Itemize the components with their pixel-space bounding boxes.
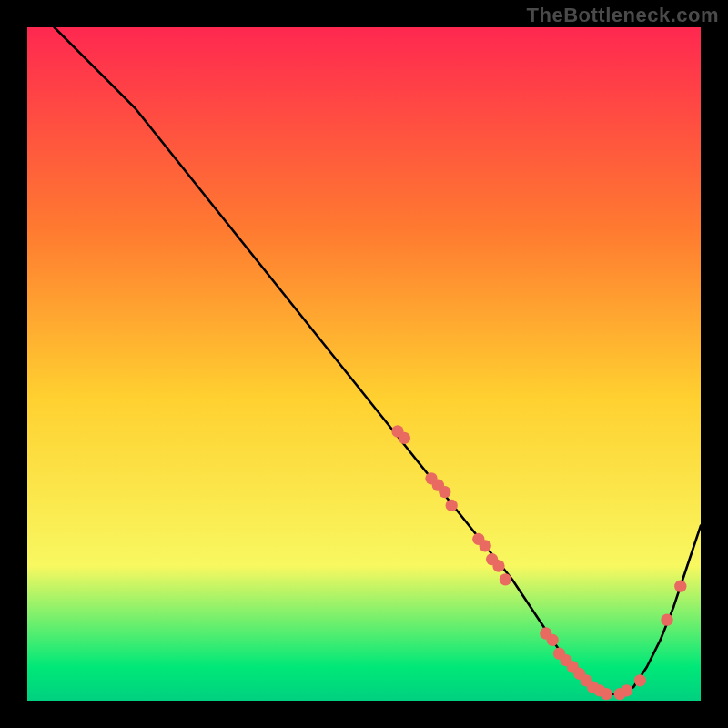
highlighted-point — [601, 688, 612, 700]
highlighted-point — [621, 684, 632, 696]
bottleneck-plot — [27, 27, 701, 701]
highlighted-point — [674, 581, 686, 592]
highlighted-point — [634, 674, 646, 686]
highlighted-point — [446, 500, 458, 511]
highlighted-point — [547, 634, 559, 646]
highlighted-point — [661, 614, 672, 626]
chart-frame: TheBottleneck.com — [0, 0, 728, 728]
gradient-background — [27, 27, 701, 701]
highlighted-point — [492, 560, 504, 571]
watermark-text: TheBottleneck.com — [527, 4, 719, 27]
highlighted-point — [500, 573, 511, 585]
highlighted-point — [480, 540, 491, 551]
highlighted-point — [439, 486, 450, 498]
highlighted-point — [399, 432, 410, 444]
